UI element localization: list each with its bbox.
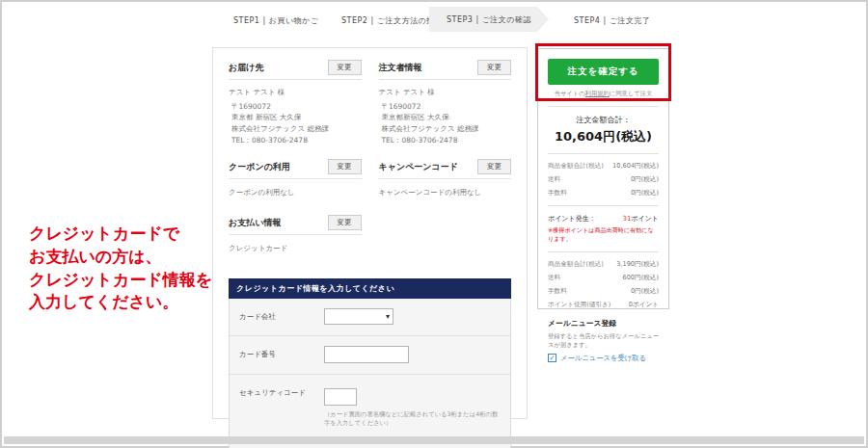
shipping-company: 株式会社フジテックス 総務課: [229, 123, 362, 135]
mailnews-checkbox-row[interactable]: ✓ メールニュースを受け取る: [548, 354, 659, 363]
summary-row: 送料 600円(税込): [548, 274, 659, 282]
orderer-name: テスト テスト 様: [379, 87, 512, 98]
annotation-text: クレジットカードで お支払いの方は、 クレジットカード情報を 入力してください。: [29, 223, 212, 314]
orderer-address: 東京都新宿区 大久保: [379, 112, 512, 123]
mailnews-title: メールニュース登録: [548, 318, 659, 329]
step-3-confirm-active: STEP3 | ご注文の確認: [429, 7, 549, 32]
shipping-name: テスト テスト 様: [229, 87, 362, 98]
campaign-section: キャンペーンコード 変更 キャンペーンコードの利用なし: [379, 159, 512, 211]
points-earned-row: ポイント発生： 31ポイント: [548, 214, 659, 224]
footer-bar: [4, 436, 864, 444]
mailnews-checkbox-label: メールニュースを受け取る: [560, 354, 646, 363]
shipping-tel: TEL：080-3706-2478: [229, 135, 362, 146]
security-code-label: セキュリティコード: [239, 384, 324, 398]
campaign-title: キャンペーンコード: [379, 161, 458, 173]
summary-row: 商品金額合計(税込) 3,190円(税込): [548, 260, 659, 269]
checkbox-checked-icon[interactable]: ✓: [548, 354, 556, 362]
summary-row: 商品金額合計(税込) 10,604円(税込): [548, 162, 659, 171]
campaign-change-button[interactable]: 変更: [477, 159, 511, 174]
summary-row: 送料 0円(税込): [548, 175, 659, 184]
page-frame: STEP1 | お買い物かご STEP2 | ご注文方法の指定 STEP3 | …: [0, 0, 868, 448]
mailnews-desc: 登録すると当店からお得なメールニュースが届きます。: [548, 331, 659, 350]
card-number-label: カード番号: [239, 346, 324, 359]
orderer-zip: 〒1690072: [379, 101, 512, 113]
step-2-method[interactable]: STEP2 | ご注文方法の指定: [341, 15, 443, 26]
order-total-label: 注文金額合計：: [548, 115, 659, 125]
shipping-address: 東京都 新宿区 大久保: [229, 112, 362, 123]
shipping-change-button[interactable]: 変更: [328, 60, 362, 75]
step-3-label: STEP3 | ご注文の確認: [447, 14, 531, 25]
points-note: ※獲得ポイントは商品出荷時に有効になります。: [548, 226, 659, 244]
card-number-input[interactable]: [324, 346, 409, 363]
coupon-status: クーポンの利用なし: [229, 179, 362, 211]
orderer-section: 注文者情報 変更 テスト テスト 様 〒1690072 東京都新宿区 大久保 株…: [379, 60, 512, 155]
orderer-company: 株式会社フジテックス 総務課: [379, 123, 512, 135]
card-company-row: カード会社 ▾: [230, 299, 510, 336]
shipping-title: お届け先: [229, 62, 263, 74]
shipping-zip: 〒1690072: [229, 101, 362, 113]
summary-row: ポイント使用(値引き) 0ポイント: [548, 301, 659, 309]
payment-change-button[interactable]: 変更: [328, 215, 362, 230]
payment-method: クレジットカード: [229, 235, 362, 267]
shipping-section: お届け先 変更 テスト テスト 様 〒1690072 東京都 新宿区 大久保 株…: [229, 60, 362, 155]
card-company-select[interactable]: ▾: [324, 308, 393, 325]
security-code-row: セキュリティコード （カード裏面の署名欄などに記載されている3桁または4桁の数字…: [230, 375, 510, 439]
payment-section: お支払い情報 変更 クレジットカード: [229, 215, 362, 267]
orderer-change-button[interactable]: 変更: [477, 60, 511, 75]
card-number-row: カード番号: [230, 336, 510, 375]
coupon-section: クーポンの利用 変更 クーポンの利用なし: [229, 159, 362, 211]
campaign-status: キャンペーンコードの利用なし: [379, 179, 512, 211]
summary-row: 手数料 0円(税込): [548, 189, 659, 198]
order-confirmation-panel: お届け先 変更 テスト テスト 様 〒1690072 東京都 新宿区 大久保 株…: [212, 47, 528, 419]
orderer-tel: TEL：080-3706-2478: [379, 135, 512, 146]
payment-title: お支払い情報: [229, 217, 281, 229]
coupon-change-button[interactable]: 変更: [328, 159, 362, 174]
security-code-note: （カード裏面の署名欄などに記載されている3桁または4桁の数字を入力してください）: [324, 410, 501, 428]
order-total-value: 10,604円(税込): [548, 128, 659, 145]
chevron-down-icon: ▾: [386, 312, 390, 321]
step-1-cart[interactable]: STEP1 | お買い物かご: [233, 15, 318, 26]
orderer-title: 注文者情報: [379, 62, 422, 74]
coupon-title: クーポンの利用: [229, 161, 290, 173]
security-code-input[interactable]: [324, 388, 357, 406]
credit-card-form: クレジットカード情報を入力してください カード会社 ▾ カード番号 セキュリティ…: [229, 278, 511, 448]
summary-row: 手数料 0円(税込): [548, 287, 659, 296]
card-form-header: クレジットカード情報を入力してください: [229, 278, 511, 299]
order-summary-sidebar: 注文を確定する 当サイトの利用規約に同意して注文 注文金額合計： 10,604円…: [537, 48, 669, 309]
terms-link[interactable]: 利用規約: [585, 90, 610, 96]
points-value: 31: [622, 215, 631, 223]
card-company-label: カード会社: [239, 308, 324, 322]
terms-agree-note: 当サイトの利用規約に同意して注文: [548, 90, 659, 98]
confirm-order-button[interactable]: 注文を確定する: [548, 59, 659, 85]
step-4-complete[interactable]: STEP4 | ご注文完了: [574, 15, 650, 26]
